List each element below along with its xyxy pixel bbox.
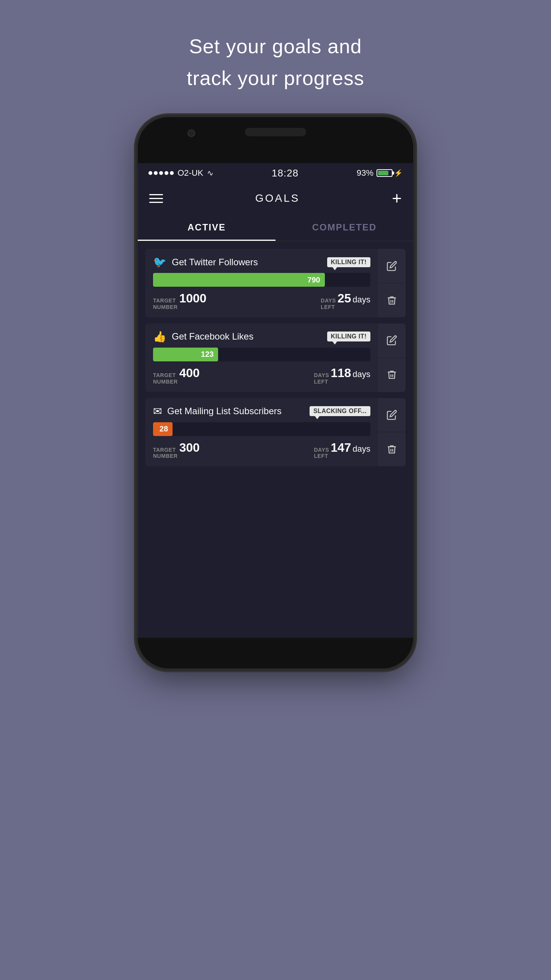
hamburger-line — [149, 198, 163, 199]
days-label-bottom: LEFT — [314, 379, 329, 385]
wifi-icon: ∿ — [207, 168, 214, 178]
page-tagline: Set your goals and track your progress — [187, 31, 364, 94]
target-value: 300 — [179, 441, 199, 455]
signal-dot — [148, 171, 152, 175]
top-nav: GOALS + — [138, 183, 413, 214]
progress-bar-fill: 790 — [153, 273, 325, 287]
progress-value: 28 — [160, 425, 168, 433]
days-unit: days — [353, 444, 370, 454]
hamburger-line — [149, 194, 163, 195]
target-label-bottom: NUMBER — [153, 304, 178, 310]
goal-title: Get Facebook Likes — [172, 331, 253, 342]
goal-badge: SLACKING OFF... — [310, 406, 370, 416]
progress-value: 790 — [307, 276, 320, 284]
goal-actions — [378, 398, 406, 467]
edit-icon — [386, 410, 397, 420]
days-label-top: DAYS — [321, 297, 336, 304]
hamburger-line — [149, 202, 163, 203]
goal-main: 👍 Get Facebook Likes KILLING IT! 123 TAR… — [145, 323, 378, 392]
target-stat: TARGET NUMBER 300 — [153, 441, 200, 460]
phone-shell: O2-UK ∿ 18:28 93% ⚡ GOALS — [138, 117, 413, 668]
goal-main: 🐦 Get Twitter Followers KILLING IT! 790 … — [145, 249, 378, 317]
signal-dot — [170, 171, 174, 175]
camera-lens — [187, 129, 195, 137]
goal-card: 🐦 Get Twitter Followers KILLING IT! 790 … — [145, 249, 406, 317]
days-label-bottom: LEFT — [314, 453, 329, 459]
target-stat: TARGET NUMBER 400 — [153, 366, 200, 385]
edit-button[interactable] — [378, 323, 406, 358]
battery-bar — [377, 169, 393, 177]
delete-button[interactable] — [378, 432, 406, 466]
progress-bar-fill: 123 — [153, 348, 218, 361]
add-goal-button[interactable]: + — [392, 190, 402, 207]
target-label-top: TARGET — [153, 372, 178, 379]
goal-stats: TARGET NUMBER 400 DAYS LEFT 118 days — [153, 366, 370, 385]
carrier-name: O2-UK — [178, 168, 203, 178]
progress-bar-container: 123 — [153, 348, 370, 361]
goals-list: 🐦 Get Twitter Followers KILLING IT! 790 … — [138, 241, 413, 638]
delete-button[interactable] — [378, 283, 406, 317]
goal-badge: KILLING IT! — [327, 257, 370, 267]
progress-bar-fill: 28 — [153, 422, 173, 436]
goal-header: 👍 Get Facebook Likes KILLING IT! — [153, 330, 370, 343]
target-value: 400 — [179, 366, 199, 380]
target-label: TARGET NUMBER — [153, 372, 178, 385]
edit-button[interactable] — [378, 398, 406, 433]
days-label: DAYS LEFT — [314, 372, 329, 385]
goal-stats: TARGET NUMBER 300 DAYS LEFT 147 days — [153, 441, 370, 460]
days-label-top: DAYS — [314, 372, 329, 379]
signal-dot — [165, 171, 168, 175]
goal-title: Get Mailing List Subscribers — [167, 406, 282, 416]
status-right: 93% ⚡ — [357, 168, 403, 178]
trash-icon — [386, 295, 397, 306]
target-label-bottom: NUMBER — [153, 453, 178, 459]
tab-active[interactable]: ACTIVE — [138, 214, 276, 241]
trash-icon — [386, 369, 397, 380]
phone-bottom-bezel — [138, 638, 413, 668]
edit-icon — [386, 335, 397, 346]
signal-dot — [159, 171, 163, 175]
signal-dot — [154, 171, 158, 175]
signal-bars — [148, 171, 174, 175]
goal-card: ✉ Get Mailing List Subscribers SLACKING … — [145, 398, 406, 467]
phone-screen: O2-UK ∿ 18:28 93% ⚡ GOALS — [138, 163, 413, 638]
menu-button[interactable] — [149, 194, 163, 203]
progress-value: 123 — [201, 350, 214, 359]
target-label: TARGET NUMBER — [153, 447, 178, 460]
progress-bar-container: 28 — [153, 422, 370, 436]
mail-icon: ✉ — [153, 405, 162, 418]
target-label-top: TARGET — [153, 447, 178, 453]
nav-title: GOALS — [255, 192, 300, 204]
phone-top-bezel — [138, 117, 413, 163]
battery-indicator: ⚡ — [377, 169, 403, 177]
goal-stats: TARGET NUMBER 1000 DAYS LEFT 25 days — [153, 291, 370, 310]
trash-icon — [386, 444, 397, 455]
goal-card: 👍 Get Facebook Likes KILLING IT! 123 TAR… — [145, 323, 406, 392]
days-unit: days — [353, 369, 370, 379]
target-label-top: TARGET — [153, 297, 178, 304]
edit-button[interactable] — [378, 249, 406, 283]
goal-actions — [378, 323, 406, 392]
twitter-icon: 🐦 — [153, 256, 166, 268]
goal-title: Get Twitter Followers — [172, 257, 258, 268]
edit-icon — [386, 261, 397, 271]
goal-title-row: 🐦 Get Twitter Followers — [153, 256, 258, 268]
charging-icon: ⚡ — [394, 169, 403, 177]
battery-fill — [378, 171, 388, 175]
goal-header: 🐦 Get Twitter Followers KILLING IT! — [153, 256, 370, 268]
status-left: O2-UK ∿ — [148, 168, 214, 178]
goal-header: ✉ Get Mailing List Subscribers SLACKING … — [153, 405, 370, 418]
goal-actions — [378, 249, 406, 317]
goal-title-row: ✉ Get Mailing List Subscribers — [153, 405, 282, 418]
days-label-top: DAYS — [314, 447, 329, 453]
days-value: 147 — [331, 441, 351, 455]
status-bar: O2-UK ∿ 18:28 93% ⚡ — [138, 163, 413, 183]
tab-completed[interactable]: COMPLETED — [276, 214, 413, 241]
target-label: TARGET NUMBER — [153, 297, 178, 310]
battery-percent: 93% — [357, 168, 373, 178]
delete-button[interactable] — [378, 358, 406, 392]
target-stat: TARGET NUMBER 1000 — [153, 291, 207, 310]
goal-main: ✉ Get Mailing List Subscribers SLACKING … — [145, 398, 378, 467]
days-stat: DAYS LEFT 25 days — [321, 291, 370, 310]
speaker-grille — [245, 128, 306, 136]
